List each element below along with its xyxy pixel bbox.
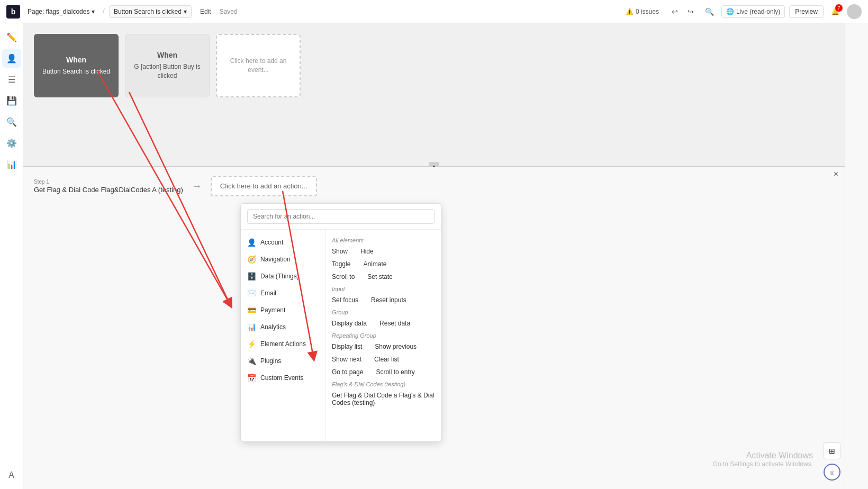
action-show[interactable]: Show — [332, 246, 348, 257]
left-sidebar: ✏️ 👤 ☰ 💾 🔍 ⚙️ 📊 A — [0, 23, 23, 489]
action-show-previous[interactable]: Show previous — [375, 341, 417, 352]
globe-icon: 🌐 — [726, 8, 734, 15]
all-elements-row-2: Toggle Animate — [332, 258, 435, 270]
action-hide[interactable]: Hide — [360, 246, 374, 257]
event-card-add[interactable]: Click here to add an event... — [216, 34, 301, 97]
event-dropdown-icon: ▾ — [184, 8, 187, 15]
section-repeating-group: Repeating Group — [332, 332, 435, 339]
left-item-payment[interactable]: 💳 Payment — [241, 302, 325, 319]
account-icon: 👤 — [247, 238, 256, 247]
step-label: Step 1 — [34, 179, 183, 185]
sidebar-item-analytics[interactable]: 📊 — [2, 155, 21, 174]
separator: / — [102, 7, 104, 16]
payment-label: Payment — [260, 306, 285, 314]
live-label: Live (read-only) — [736, 8, 780, 15]
close-button[interactable]: × — [829, 167, 843, 181]
sidebar-item-search[interactable]: 🔍 — [2, 112, 21, 131]
page-selector[interactable]: Page: flags_dialcodes ▾ — [24, 6, 98, 17]
activate-windows-watermark: Activate Windows Go to Settings to activ… — [713, 451, 813, 468]
when-label-2: When — [157, 51, 177, 59]
undo-redo-group: ↩ ↪ — [667, 4, 698, 19]
target-icon-button[interactable]: ◎ — [824, 464, 840, 481]
left-item-navigation[interactable]: 🧭 Navigation — [241, 251, 325, 268]
activate-windows-title: Activate Windows — [713, 451, 813, 460]
action-reset-inputs[interactable]: Reset inputs — [371, 294, 406, 306]
plugins-label: Plugins — [260, 357, 281, 365]
input-row-1: Set focus Reset inputs — [332, 294, 435, 306]
left-item-email[interactable]: ✉️ Email — [241, 285, 325, 302]
analytics-icon: 📊 — [247, 323, 256, 331]
event-selector[interactable]: Button Search is clicked ▾ — [109, 5, 192, 18]
left-item-element-actions[interactable]: ⚡ Element Actions — [241, 336, 325, 352]
page-dropdown-icon: ▾ — [92, 8, 95, 15]
sidebar-item-edit[interactable]: ✏️ — [2, 28, 21, 47]
data-icon: 🗄️ — [247, 272, 256, 280]
logo-icon: b — [6, 5, 20, 19]
event-label: Button Search is clicked — [114, 8, 182, 15]
left-item-data[interactable]: 🗄️ Data (Things) — [241, 268, 325, 285]
notifications-button[interactable]: 🔔 7 — [828, 4, 843, 19]
event-card-inactive[interactable]: When G [action] Button Buy is clicked — [125, 34, 210, 97]
left-item-plugins[interactable]: 🔌 Plugins — [241, 352, 325, 369]
issues-count: 0 issues — [636, 8, 659, 15]
data-label: Data (Things) — [260, 273, 299, 280]
action-display-data[interactable]: Display data — [332, 318, 367, 329]
event-card-active[interactable]: When Button Search is clicked — [34, 34, 119, 97]
section-group: Group — [332, 309, 435, 315]
sidebar-item-bottom[interactable]: A — [2, 466, 21, 485]
avatar[interactable] — [847, 4, 862, 19]
left-item-analytics[interactable]: 📊 Analytics — [241, 319, 325, 336]
action-scroll-to-entry[interactable]: Scroll to entry — [376, 366, 414, 378]
action-scroll-to[interactable]: Scroll to — [332, 271, 355, 283]
event-desc-3: Click here to add an event... — [223, 57, 293, 75]
repeating-row-2: Show next Clear list — [332, 354, 435, 365]
action-show-next[interactable]: Show next — [332, 354, 361, 365]
section-all-elements: All elements — [332, 237, 435, 243]
action-get-flag-dial-code[interactable]: Get Flag & Dial Code a Flag's & Dial Cod… — [332, 390, 435, 409]
preview-button[interactable]: Preview — [789, 5, 824, 18]
action-animate[interactable]: Animate — [363, 258, 386, 270]
search-input[interactable] — [247, 209, 435, 224]
step-block: Step 1 Get Flag & Dial Code Flag&DialCod… — [23, 167, 845, 205]
undo-button[interactable]: ↩ — [667, 4, 682, 19]
search-box — [241, 204, 441, 230]
left-item-custom-events[interactable]: 📅 Custom Events — [241, 369, 325, 386]
action-set-focus[interactable]: Set focus — [332, 294, 358, 306]
action-set-state[interactable]: Set state — [367, 271, 392, 283]
search-button[interactable]: 🔍 — [702, 4, 717, 19]
sidebar-item-database[interactable]: 💾 — [2, 91, 21, 110]
action-display-list[interactable]: Display list — [332, 341, 362, 352]
grid-icon-button[interactable]: ⊞ — [824, 442, 840, 459]
action-clear-list[interactable]: Clear list — [374, 354, 399, 365]
events-area: When Button Search is clicked When G [ac… — [23, 23, 845, 166]
activate-windows-subtitle: Go to Settings to activate Windows. — [713, 460, 813, 468]
right-list: All elements Show Hide Toggle Animate Sc… — [326, 230, 441, 441]
section-input: Input — [332, 286, 435, 292]
action-reset-data[interactable]: Reset data — [379, 318, 410, 329]
issues-button[interactable]: ⚠️ 0 issues — [621, 6, 663, 17]
event-desc-1: Button Search is clicked — [42, 67, 110, 76]
bottom-right-icons: ⊞ ◎ — [824, 442, 840, 481]
dropdown-body: 👤 Account 🧭 Navigation 🗄️ Data (Things) … — [241, 230, 441, 441]
navigation-icon: 🧭 — [247, 255, 256, 264]
step-name[interactable]: Get Flag & Dial Code Flag&DialCodes A (t… — [34, 186, 183, 194]
sidebar-item-workflow[interactable]: 👤 — [2, 49, 21, 68]
live-badge[interactable]: 🌐 Live (read-only) — [721, 5, 785, 18]
sidebar-item-settings[interactable]: ⚙️ — [2, 133, 21, 152]
account-label: Account — [260, 239, 283, 246]
step-info: Step 1 Get Flag & Dial Code Flag&DialCod… — [34, 179, 183, 194]
redo-button[interactable]: ↪ — [683, 4, 698, 19]
add-action-button[interactable]: Click here to add an action... — [211, 176, 317, 196]
left-item-account[interactable]: 👤 Account — [241, 234, 325, 251]
topbar: b Page: flags_dialcodes ▾ / Button Searc… — [0, 0, 868, 23]
action-toggle[interactable]: Toggle — [332, 258, 350, 270]
event-desc-2: G [action] Button Buy is clicked — [132, 62, 203, 80]
group-row-1: Display data Reset data — [332, 318, 435, 329]
element-actions-label: Element Actions — [260, 340, 306, 348]
email-label: Email — [260, 289, 276, 297]
edit-button[interactable]: Edit — [196, 6, 215, 17]
sidebar-item-data[interactable]: ☰ — [2, 70, 21, 89]
saved-label: Saved — [220, 8, 238, 15]
action-go-to-page[interactable]: Go to page — [332, 366, 363, 378]
custom-events-label: Custom Events — [260, 374, 303, 382]
